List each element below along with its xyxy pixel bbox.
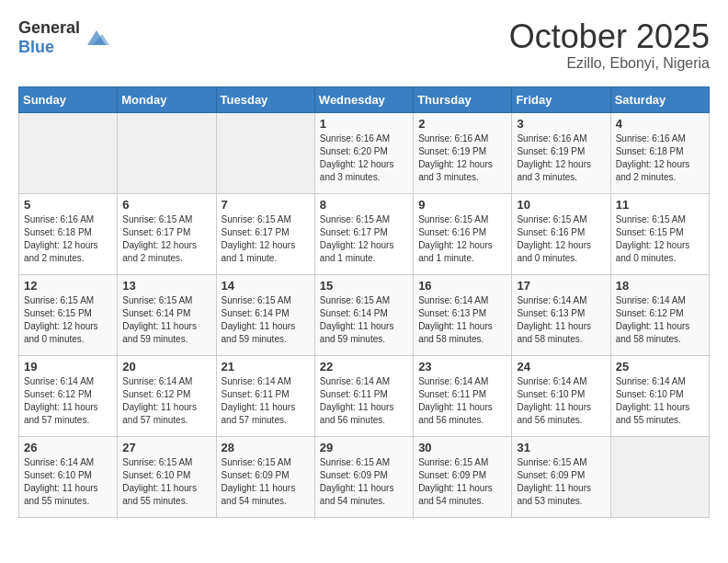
calendar-cell: 11Sunrise: 6:15 AM Sunset: 6:15 PM Dayli… bbox=[610, 193, 709, 274]
day-info: Sunrise: 6:16 AM Sunset: 6:19 PM Dayligh… bbox=[517, 132, 605, 184]
logo-icon bbox=[84, 25, 109, 51]
logo-blue: Blue bbox=[18, 38, 54, 56]
day-number: 5 bbox=[24, 198, 112, 212]
day-info: Sunrise: 6:14 AM Sunset: 6:13 PM Dayligh… bbox=[418, 294, 506, 346]
day-info: Sunrise: 6:15 AM Sunset: 6:09 PM Dayligh… bbox=[517, 456, 605, 508]
calendar-week-2: 12Sunrise: 6:15 AM Sunset: 6:15 PM Dayli… bbox=[19, 274, 710, 355]
day-number: 28 bbox=[222, 441, 310, 454]
day-info: Sunrise: 6:16 AM Sunset: 6:20 PM Dayligh… bbox=[320, 132, 408, 184]
day-info: Sunrise: 6:14 AM Sunset: 6:11 PM Dayligh… bbox=[418, 375, 506, 427]
calendar-cell: 3Sunrise: 6:16 AM Sunset: 6:19 PM Daylig… bbox=[512, 112, 610, 193]
weekday-header-wednesday: Wednesday bbox=[314, 86, 413, 112]
day-number: 23 bbox=[418, 360, 506, 373]
day-number: 14 bbox=[222, 279, 310, 293]
day-info: Sunrise: 6:15 AM Sunset: 6:14 PM Dayligh… bbox=[122, 294, 210, 346]
day-info: Sunrise: 6:15 AM Sunset: 6:09 PM Dayligh… bbox=[418, 456, 506, 508]
day-number: 25 bbox=[616, 360, 704, 373]
day-number: 10 bbox=[517, 198, 605, 212]
day-info: Sunrise: 6:15 AM Sunset: 6:17 PM Dayligh… bbox=[122, 213, 210, 265]
day-number: 3 bbox=[517, 117, 605, 131]
calendar-cell: 12Sunrise: 6:15 AM Sunset: 6:15 PM Dayli… bbox=[19, 274, 118, 355]
calendar-cell: 20Sunrise: 6:14 AM Sunset: 6:12 PM Dayli… bbox=[118, 355, 216, 436]
day-info: Sunrise: 6:14 AM Sunset: 6:12 PM Dayligh… bbox=[616, 294, 704, 346]
day-number: 22 bbox=[320, 360, 408, 373]
calendar-body: 1Sunrise: 6:16 AM Sunset: 6:20 PM Daylig… bbox=[19, 112, 710, 517]
day-info: Sunrise: 6:15 AM Sunset: 6:17 PM Dayligh… bbox=[222, 213, 310, 265]
calendar-cell: 29Sunrise: 6:15 AM Sunset: 6:09 PM Dayli… bbox=[314, 436, 413, 517]
day-info: Sunrise: 6:15 AM Sunset: 6:09 PM Dayligh… bbox=[320, 456, 408, 508]
calendar-cell: 2Sunrise: 6:16 AM Sunset: 6:19 PM Daylig… bbox=[414, 112, 512, 193]
day-number: 19 bbox=[24, 360, 112, 373]
day-number: 27 bbox=[122, 441, 210, 454]
weekday-header-row: SundayMondayTuesdayWednesdayThursdayFrid… bbox=[19, 86, 710, 112]
day-number: 7 bbox=[222, 198, 310, 212]
weekday-header-monday: Monday bbox=[118, 86, 216, 112]
weekday-header-friday: Friday bbox=[512, 86, 610, 112]
day-info: Sunrise: 6:15 AM Sunset: 6:14 PM Dayligh… bbox=[320, 294, 408, 346]
calendar-cell bbox=[19, 112, 118, 193]
page-header: General Blue October 2025 Ezillo, Ebonyi… bbox=[18, 18, 710, 72]
calendar-cell: 10Sunrise: 6:15 AM Sunset: 6:16 PM Dayli… bbox=[512, 193, 610, 274]
calendar-cell: 24Sunrise: 6:14 AM Sunset: 6:10 PM Dayli… bbox=[512, 355, 610, 436]
day-number: 29 bbox=[320, 441, 408, 454]
day-number: 21 bbox=[222, 360, 310, 373]
day-number: 6 bbox=[122, 198, 210, 212]
day-number: 15 bbox=[320, 279, 408, 293]
day-info: Sunrise: 6:16 AM Sunset: 6:18 PM Dayligh… bbox=[616, 132, 704, 184]
weekday-header-thursday: Thursday bbox=[414, 86, 512, 112]
calendar-cell: 27Sunrise: 6:15 AM Sunset: 6:10 PM Dayli… bbox=[118, 436, 216, 517]
calendar-cell: 23Sunrise: 6:14 AM Sunset: 6:11 PM Dayli… bbox=[414, 355, 512, 436]
day-info: Sunrise: 6:15 AM Sunset: 6:14 PM Dayligh… bbox=[222, 294, 310, 346]
day-number: 8 bbox=[320, 198, 408, 212]
day-info: Sunrise: 6:16 AM Sunset: 6:18 PM Dayligh… bbox=[24, 213, 112, 265]
calendar-cell: 14Sunrise: 6:15 AM Sunset: 6:14 PM Dayli… bbox=[216, 274, 314, 355]
day-number: 9 bbox=[418, 198, 506, 212]
calendar-cell bbox=[216, 112, 314, 193]
day-info: Sunrise: 6:14 AM Sunset: 6:12 PM Dayligh… bbox=[24, 375, 112, 427]
day-info: Sunrise: 6:14 AM Sunset: 6:10 PM Dayligh… bbox=[24, 456, 112, 508]
day-info: Sunrise: 6:15 AM Sunset: 6:10 PM Dayligh… bbox=[122, 456, 210, 508]
day-number: 2 bbox=[418, 117, 506, 131]
weekday-header-sunday: Sunday bbox=[19, 86, 118, 112]
calendar-cell: 4Sunrise: 6:16 AM Sunset: 6:18 PM Daylig… bbox=[610, 112, 709, 193]
calendar-cell: 9Sunrise: 6:15 AM Sunset: 6:16 PM Daylig… bbox=[414, 193, 512, 274]
calendar-cell: 7Sunrise: 6:15 AM Sunset: 6:17 PM Daylig… bbox=[216, 193, 314, 274]
calendar-cell: 22Sunrise: 6:14 AM Sunset: 6:11 PM Dayli… bbox=[314, 355, 413, 436]
logo-text: General Blue bbox=[18, 18, 80, 57]
day-number: 18 bbox=[616, 279, 704, 293]
day-number: 13 bbox=[122, 279, 210, 293]
day-number: 24 bbox=[517, 360, 605, 373]
day-number: 26 bbox=[24, 441, 112, 454]
calendar-cell: 21Sunrise: 6:14 AM Sunset: 6:11 PM Dayli… bbox=[216, 355, 314, 436]
day-number: 16 bbox=[418, 279, 506, 293]
calendar-cell: 18Sunrise: 6:14 AM Sunset: 6:12 PM Dayli… bbox=[610, 274, 709, 355]
day-info: Sunrise: 6:16 AM Sunset: 6:19 PM Dayligh… bbox=[418, 132, 506, 184]
day-info: Sunrise: 6:14 AM Sunset: 6:12 PM Dayligh… bbox=[122, 375, 210, 427]
calendar-cell: 6Sunrise: 6:15 AM Sunset: 6:17 PM Daylig… bbox=[118, 193, 216, 274]
title-block: October 2025 Ezillo, Ebonyi, Nigeria bbox=[509, 18, 710, 72]
calendar-cell: 25Sunrise: 6:14 AM Sunset: 6:10 PM Dayli… bbox=[610, 355, 709, 436]
calendar-cell: 19Sunrise: 6:14 AM Sunset: 6:12 PM Dayli… bbox=[19, 355, 118, 436]
calendar-cell: 13Sunrise: 6:15 AM Sunset: 6:14 PM Dayli… bbox=[118, 274, 216, 355]
day-number: 20 bbox=[122, 360, 210, 373]
logo-general: General bbox=[18, 18, 80, 37]
day-info: Sunrise: 6:14 AM Sunset: 6:10 PM Dayligh… bbox=[517, 375, 605, 427]
calendar-cell: 30Sunrise: 6:15 AM Sunset: 6:09 PM Dayli… bbox=[414, 436, 512, 517]
day-info: Sunrise: 6:15 AM Sunset: 6:15 PM Dayligh… bbox=[616, 213, 704, 265]
calendar-cell: 28Sunrise: 6:15 AM Sunset: 6:09 PM Dayli… bbox=[216, 436, 314, 517]
calendar-week-1: 5Sunrise: 6:16 AM Sunset: 6:18 PM Daylig… bbox=[19, 193, 710, 274]
calendar-cell bbox=[118, 112, 216, 193]
day-info: Sunrise: 6:14 AM Sunset: 6:13 PM Dayligh… bbox=[517, 294, 605, 346]
day-info: Sunrise: 6:15 AM Sunset: 6:09 PM Dayligh… bbox=[222, 456, 310, 508]
day-number: 17 bbox=[517, 279, 605, 293]
day-number: 4 bbox=[616, 117, 704, 131]
location-title: Ezillo, Ebonyi, Nigeria bbox=[509, 55, 710, 72]
calendar-cell bbox=[610, 436, 709, 517]
day-info: Sunrise: 6:15 AM Sunset: 6:16 PM Dayligh… bbox=[418, 213, 506, 265]
calendar-cell: 5Sunrise: 6:16 AM Sunset: 6:18 PM Daylig… bbox=[19, 193, 118, 274]
calendar-cell: 15Sunrise: 6:15 AM Sunset: 6:14 PM Dayli… bbox=[314, 274, 413, 355]
calendar-week-0: 1Sunrise: 6:16 AM Sunset: 6:20 PM Daylig… bbox=[19, 112, 710, 193]
day-number: 1 bbox=[320, 117, 408, 131]
calendar-cell: 8Sunrise: 6:15 AM Sunset: 6:17 PM Daylig… bbox=[314, 193, 413, 274]
calendar-week-3: 19Sunrise: 6:14 AM Sunset: 6:12 PM Dayli… bbox=[19, 355, 710, 436]
